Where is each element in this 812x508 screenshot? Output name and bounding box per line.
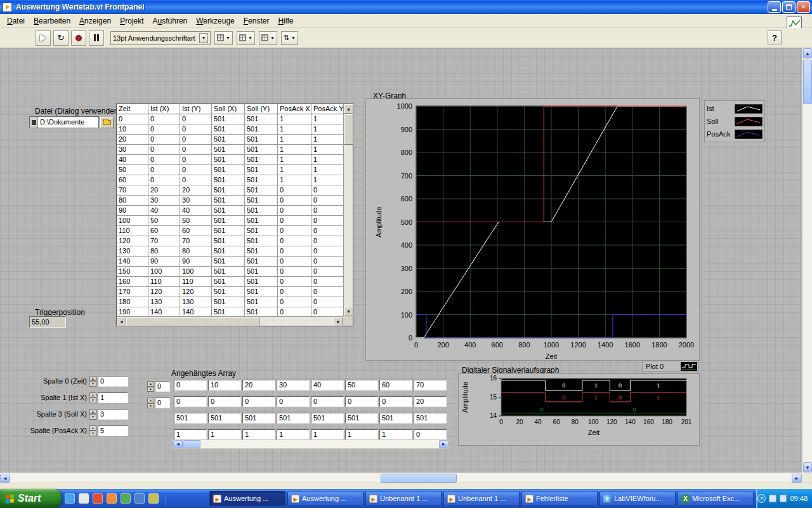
array-element[interactable]: 0 — [174, 380, 207, 391]
array-element[interactable]: 30 — [277, 380, 310, 391]
table-cell[interactable]: 0 — [311, 196, 344, 206]
table-cell[interactable]: 501 — [245, 226, 278, 236]
table-cell[interactable]: 1 — [278, 135, 311, 145]
file-path-value[interactable]: D:\Dokumente — [38, 117, 84, 128]
taskbar-task-5[interactable]: eLabVIEWforu... — [599, 491, 676, 506]
quicklaunch-icon-1[interactable] — [65, 493, 75, 504]
table-cell[interactable]: 1 — [278, 175, 311, 185]
table-cell[interactable]: 501 — [245, 206, 278, 216]
table-cell[interactable]: 501 — [245, 277, 278, 287]
table-cell[interactable]: 501 — [212, 216, 245, 226]
array-element[interactable]: 501 — [345, 413, 378, 424]
table-cell[interactable]: 0 — [278, 246, 311, 257]
decrement-icon[interactable]: ▼ — [89, 431, 96, 436]
table-cell[interactable]: 80 — [117, 196, 148, 206]
table-cell[interactable]: 170 — [117, 287, 148, 297]
table-cell[interactable]: 20 — [148, 185, 180, 196]
table-cell[interactable]: 110 — [180, 277, 212, 287]
table-cell[interactable]: 1 — [311, 114, 344, 124]
scroll-right-icon[interactable]: ► — [334, 317, 343, 326]
table-cell[interactable]: 501 — [245, 114, 278, 124]
table-cell[interactable]: 501 — [212, 206, 245, 216]
digital-plot-legend[interactable]: Plot 0 — [642, 361, 699, 372]
close-button[interactable]: × — [797, 1, 810, 13]
array-element[interactable]: 0 — [345, 396, 378, 407]
table-cell[interactable]: 1 — [278, 145, 311, 155]
xy-graph[interactable]: 0200400600800100012001400160018002000010… — [365, 98, 700, 361]
table-cell[interactable]: 90 — [180, 257, 212, 267]
table-cell[interactable]: 70 — [117, 185, 148, 196]
increment-icon[interactable]: ▲ — [89, 392, 96, 398]
table-cell[interactable]: 501 — [245, 287, 278, 297]
array-element[interactable]: 501 — [277, 413, 310, 424]
table-cell[interactable]: 0 — [278, 287, 311, 297]
table-cell[interactable]: 1 — [311, 124, 344, 135]
table-cell[interactable]: 501 — [212, 155, 245, 165]
table-cell[interactable]: 0 — [148, 155, 180, 165]
taskbar-task-0[interactable]: ▶Auswertung ... — [209, 491, 285, 506]
scrollbar-thumb[interactable] — [803, 60, 812, 104]
menu-item-projekt[interactable]: Projekt — [115, 15, 148, 27]
run-continuously-button[interactable]: ↻ — [53, 30, 69, 46]
table-cell[interactable]: 501 — [245, 257, 278, 267]
menu-item-werkzeuge[interactable]: Werkzeuge — [192, 15, 239, 27]
table-cell[interactable]: 100 — [117, 216, 148, 226]
table-cell[interactable]: 0 — [278, 257, 311, 267]
table-cell[interactable]: 50 — [117, 165, 148, 175]
table-cell[interactable]: 501 — [212, 236, 245, 246]
table-cell[interactable]: 40 — [117, 155, 148, 165]
array-element[interactable]: 50 — [345, 380, 378, 391]
table-cell[interactable]: 0 — [311, 287, 344, 297]
array-element[interactable]: 1 — [311, 429, 344, 440]
table-cell[interactable]: 501 — [212, 257, 245, 267]
table-cell[interactable]: 0 — [180, 145, 212, 155]
table-cell[interactable]: 1 — [278, 155, 311, 165]
decrement-icon[interactable]: ▼ — [89, 381, 96, 387]
increment-icon[interactable]: ▲ — [89, 409, 96, 415]
table-cell[interactable]: 10 — [117, 124, 148, 135]
table-cell[interactable]: 30 — [148, 196, 180, 206]
digital-graph[interactable]: 1415160204060801001201401601802010101010… — [458, 373, 700, 446]
array-element[interactable]: 0 — [242, 396, 275, 407]
table-cell[interactable]: 501 — [245, 175, 278, 185]
array-element[interactable]: 1 — [208, 429, 241, 440]
legend-item-ist[interactable]: Ist — [707, 102, 763, 115]
scroll-left-icon[interactable]: ◄ — [117, 317, 126, 326]
table-cell[interactable]: 100 — [180, 267, 212, 277]
scroll-down-icon[interactable]: ▼ — [803, 462, 812, 472]
scrollbar-thumb[interactable] — [344, 114, 353, 145]
table-cell[interactable]: 501 — [212, 277, 245, 287]
quicklaunch-icon-2[interactable] — [79, 493, 89, 504]
table-cell[interactable]: 40 — [180, 206, 212, 216]
menu-item-anzeigen[interactable]: Anzeigen — [75, 15, 115, 27]
array-element[interactable]: 0 — [414, 429, 447, 440]
table-cell[interactable]: 30 — [180, 196, 212, 206]
table-cell[interactable]: 501 — [212, 135, 245, 145]
table-cell[interactable]: 0 — [311, 246, 344, 257]
table-cell[interactable]: 0 — [180, 135, 212, 145]
array-element[interactable]: 1 — [242, 429, 275, 440]
table-cell[interactable]: 30 — [117, 145, 148, 155]
window-vertical-scrollbar[interactable]: ▲ ▼ — [802, 48, 812, 472]
table-cell[interactable]: 0 — [148, 114, 180, 124]
table-cell[interactable]: 1 — [311, 175, 344, 185]
table-cell[interactable]: 0 — [311, 236, 344, 246]
spalte-value[interactable]: 0 — [98, 376, 128, 387]
table-cell[interactable]: 50 — [148, 216, 180, 226]
table-cell[interactable]: 0 — [311, 206, 344, 216]
table-cell[interactable]: 1 — [278, 114, 311, 124]
table-cell[interactable]: 1 — [311, 145, 344, 155]
font-selector[interactable]: 13pt Anwendungsschriftart ▼ — [110, 31, 211, 45]
table-cell[interactable]: 1 — [278, 165, 311, 175]
menu-item-fenster[interactable]: Fenster — [239, 15, 274, 27]
table-cell[interactable]: 0 — [311, 267, 344, 277]
increment-decrement-control[interactable]: ▲▼ — [89, 425, 96, 436]
quicklaunch-icon-4[interactable] — [107, 493, 117, 504]
path-type-icon[interactable] — [30, 117, 38, 128]
taskbar-task-3[interactable]: ▶Unbenannt 1 ... — [443, 491, 520, 506]
table-cell[interactable]: 0 — [311, 185, 344, 196]
decrement-icon[interactable]: ▼ — [89, 414, 96, 420]
table-cell[interactable]: 0 — [148, 135, 180, 145]
table-cell[interactable]: 0 — [311, 297, 344, 307]
spalte-value[interactable]: 5 — [98, 425, 128, 436]
